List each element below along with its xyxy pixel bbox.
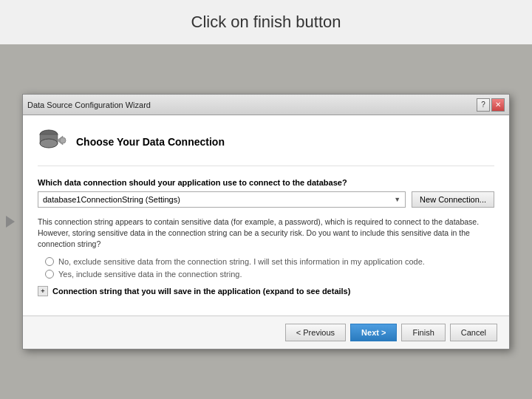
title-bar: Data Source Configuration Wizard ? ✕ — [23, 95, 509, 115]
radio-group: No, exclude sensitive data from the conn… — [45, 257, 494, 279]
expand-icon[interactable]: + — [38, 286, 48, 296]
expand-row[interactable]: + Connection string that you will save i… — [38, 286, 494, 296]
svg-point-2 — [40, 139, 58, 148]
form-section: Which data connection should your applic… — [38, 178, 494, 296]
radio-yes-label: Yes, include sensitive data in the conne… — [58, 270, 242, 279]
slide-background: Data Source Configuration Wizard ? ✕ Ch — [0, 44, 532, 399]
connection-label: Which data connection should your applic… — [38, 178, 494, 187]
wizard-footer: < Previous Next > Finish Cancel — [23, 316, 509, 349]
connection-value: database1ConnectionString (Settings) — [43, 195, 180, 204]
previous-button[interactable]: < Previous — [285, 324, 346, 341]
wizard-window: Data Source Configuration Wizard ? ✕ Ch — [22, 94, 510, 349]
radio-no-label: No, exclude sensitive data from the conn… — [58, 257, 425, 266]
radio-item-no: No, exclude sensitive data from the conn… — [45, 257, 494, 266]
slide-title-area: Click on finish button — [0, 0, 532, 44]
radio-item-yes: Yes, include sensitive data in the conne… — [45, 270, 494, 279]
dropdown-arrow-icon: ▼ — [394, 196, 400, 203]
connection-dropdown[interactable]: database1ConnectionString (Settings) ▼ — [38, 191, 406, 208]
wizard-content: Choose Your Data Connection Which data c… — [23, 115, 509, 316]
database-icon — [38, 127, 67, 157]
left-arrow-decoration — [6, 216, 15, 228]
wizard-header: Choose Your Data Connection — [38, 127, 494, 166]
help-button[interactable]: ? — [477, 98, 490, 112]
new-connection-button[interactable]: New Connection... — [412, 191, 494, 208]
finish-button[interactable]: Finish — [401, 324, 445, 341]
window-title: Data Source Configuration Wizard — [27, 100, 151, 109]
connection-row: database1ConnectionString (Settings) ▼ N… — [38, 191, 494, 208]
expand-label: Connection string that you will save in … — [52, 287, 350, 296]
next-button[interactable]: Next > — [350, 324, 397, 341]
close-button[interactable]: ✕ — [491, 98, 505, 112]
slide-title: Click on finish button — [191, 13, 341, 32]
radio-no-icon[interactable] — [45, 257, 54, 266]
radio-yes-icon[interactable] — [45, 270, 54, 279]
title-bar-buttons: ? ✕ — [477, 98, 505, 112]
wizard-title: Choose Your Data Connection — [76, 136, 225, 148]
info-text: This connection string appears to contai… — [38, 216, 494, 249]
svg-point-4 — [60, 137, 66, 143]
cancel-button[interactable]: Cancel — [450, 324, 497, 341]
